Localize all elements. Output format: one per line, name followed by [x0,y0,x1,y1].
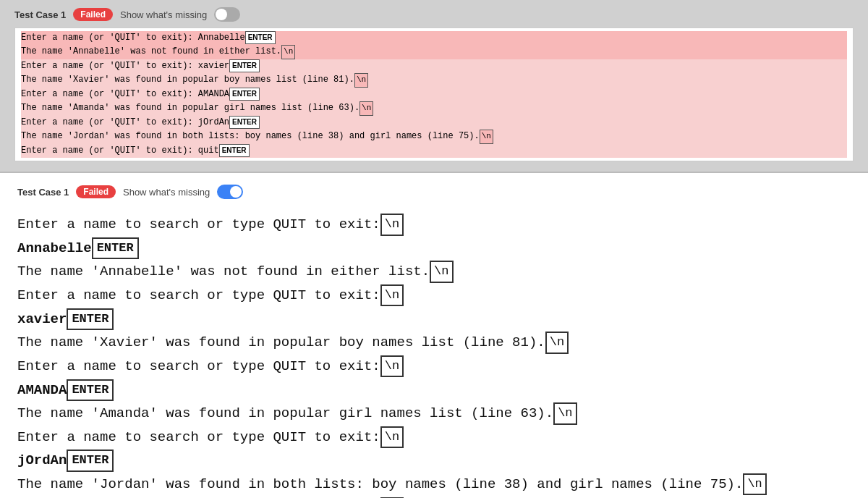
bottom-failed-badge: Failed [76,185,116,198]
compact-line-5: Enter a name (or 'QUIT' to exit): AMANDA… [21,88,847,101]
bottom-test-header: Test Case 1 Failed Show what's missing [17,185,851,199]
compact-line-1: Enter a name (or 'QUIT' to exit): Annabe… [21,31,847,45]
enter-box-2: ENTER [229,59,260,72]
compact-line-4: The name 'Xavier' was found in popular b… [21,73,847,88]
newline-box-4: \n [480,130,493,144]
newline-box-2: \n [354,73,368,88]
top-show-missing-label: Show what's missing [120,9,207,20]
top-failed-badge: Failed [73,8,113,21]
compact-line-9: Enter a name (or 'QUIT' to exit): quitEN… [21,144,847,158]
top-test-header: Test Case 1 Failed Show what's missing [14,7,854,22]
big-newline-8: \n [743,473,766,495]
output-line-user-2: xavierENTER [17,308,851,331]
top-test-label: Test Case 1 [14,9,66,20]
compact-line-8: The name 'Jordan' was found in both list… [21,130,847,144]
bottom-show-missing-label: Show what's missing [123,187,210,198]
output-line-response-1: The name 'Annabelle' was not found in ei… [17,261,851,283]
compact-line-6: The name 'Amanda' was found in popular g… [21,101,847,116]
enter-box-5: ENTER [219,144,250,157]
big-enter-4: ENTER [67,450,114,471]
output-line-user-3: AMANDAENTER [17,379,851,402]
big-newline-5: \n [380,355,404,377]
output-line-prompt-3: Enter a name to search or type QUIT to e… [17,355,851,378]
big-newline-4: \n [545,332,569,353]
big-enter-1: ENTER [92,237,139,259]
big-enter-2: ENTER [67,308,114,330]
bottom-toggle[interactable] [217,185,243,199]
output-line-prompt-1: Enter a name to search or type QUIT to e… [17,214,851,236]
top-panel: Test Case 1 Failed Show what's missing E… [0,0,868,172]
output-line-prompt-2: Enter a name to search or type QUIT to e… [17,284,851,307]
output-line-prompt-4: Enter a name to search or type QUIT to e… [17,426,851,449]
big-newline-7: \n [380,426,404,448]
big-newline-2: \n [430,261,453,282]
compact-line-3: Enter a name (or 'QUIT' to exit): xavier… [21,59,847,73]
big-newline-1: \n [380,214,404,235]
bottom-test-label: Test Case 1 [17,187,69,198]
output-line-response-4: The name 'Jordan' was found in both list… [17,473,851,496]
compact-output: Enter a name (or 'QUIT' to exit): Annabe… [14,28,854,161]
compact-line-2: The name 'Annabelle' was not found in ei… [21,45,847,59]
bottom-panel: Test Case 1 Failed Show what's missing E… [0,173,868,498]
top-toggle[interactable] [214,7,240,22]
enter-box: ENTER [245,31,276,44]
newline-box: \n [281,45,295,59]
newline-box-3: \n [359,101,373,116]
big-newline-3: \n [380,284,404,306]
output-line-response-3: The name 'Amanda' was found in popular g… [17,402,851,425]
output-line-user-4: jOrdAnENTER [17,450,851,472]
output-line-response-2: The name 'Xavier' was found in popular b… [17,332,851,354]
big-enter-3: ENTER [67,379,114,401]
compact-line-7: Enter a name (or 'QUIT' to exit): jOrdAn… [21,116,847,130]
enter-box-4: ENTER [229,116,260,129]
output-line-user-1: AnnabelleENTER [17,237,851,260]
big-newline-6: \n [553,402,576,424]
enter-box-3: ENTER [229,88,260,101]
output-area: Enter a name to search or type QUIT to e… [17,214,851,498]
